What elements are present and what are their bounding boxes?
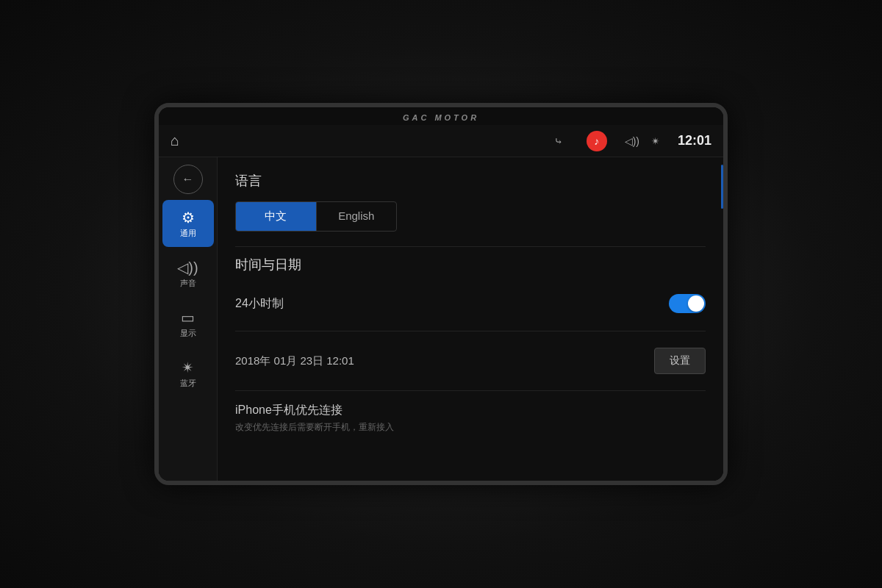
divider-3: [235, 390, 706, 391]
screen-inner: GAC MOTOR ⌂ ⤷ ♪ ◁)) ✴ 12:01 ←: [159, 107, 723, 481]
language-chinese-button[interactable]: 中文: [236, 202, 316, 231]
bluetooth-icon: ✴: [182, 359, 194, 376]
language-english-button[interactable]: English: [316, 202, 397, 231]
sidebar-item-bluetooth[interactable]: ✴ 蓝牙: [162, 350, 214, 397]
language-section-title: 语言: [235, 172, 706, 190]
divider-1: [235, 246, 706, 247]
language-section: 语言 中文 English: [235, 172, 706, 232]
brand-name: GAC MOTOR: [403, 113, 479, 122]
date-time-display: 2018年 01月 23日 12:01: [235, 354, 354, 368]
toggle-knob: [688, 295, 704, 312]
sound-icon: ◁)): [177, 259, 198, 276]
content-area: 语言 中文 English 时间与日期: [218, 157, 723, 481]
clock-display: 12:01: [678, 133, 711, 148]
sidebar-item-display[interactable]: ▭ 显示: [162, 300, 214, 347]
iphone-section-title: iPhone手机优先连接: [235, 403, 706, 418]
display-icon: ▭: [181, 309, 195, 326]
time-date-section-title: 时间与日期: [235, 256, 706, 273]
music-icon: ♪: [594, 135, 599, 147]
sidebar-display-label: 显示: [180, 328, 196, 339]
sidebar-item-sound[interactable]: ◁)) 声音: [162, 250, 214, 297]
infotainment-screen: GAC MOTOR ⌂ ⤷ ♪ ◁)) ✴ 12:01 ←: [154, 103, 728, 485]
english-label: English: [338, 209, 374, 222]
status-bar: ⌂ ⤷ ♪ ◁)) ✴ 12:01: [159, 125, 723, 157]
sidebar-bluetooth-label: 蓝牙: [180, 378, 196, 389]
time-date-section: 时间与日期 24小时制 2018年 01月 23日 12:01 设置: [235, 256, 706, 381]
back-button[interactable]: ←: [173, 165, 203, 194]
iphone-section: iPhone手机优先连接 改变优先连接后需要断开手机，重新接入: [235, 403, 706, 434]
date-settings-label: 设置: [670, 354, 690, 366]
24h-format-row: 24小时制: [235, 285, 706, 322]
sidebar-item-general[interactable]: ⚙ 通用: [162, 200, 214, 247]
main-area: ← ⚙ 通用 ◁)) 声音 ▭ 显示: [159, 157, 723, 481]
iphone-section-subtitle: 改变优先连接后需要断开手机，重新接入: [235, 421, 706, 434]
bluetooth-status-icon: ✴: [651, 135, 660, 147]
sidebar-general-label: 通用: [180, 228, 196, 239]
divider-2: [235, 331, 706, 331]
24h-toggle[interactable]: [669, 294, 706, 313]
24h-format-label: 24小时制: [235, 296, 284, 312]
date-display-row: 2018年 01月 23日 12:01 设置: [235, 340, 706, 381]
gear-icon: ⚙: [182, 209, 195, 226]
language-toggle: 中文 English: [235, 201, 397, 232]
car-background: GAC MOTOR ⌂ ⤷ ♪ ◁)) ✴ 12:01 ←: [0, 0, 882, 588]
back-arrow-icon: ←: [182, 173, 194, 186]
sidebar-sound-label: 声音: [180, 278, 196, 289]
volume-icon[interactable]: ◁)): [625, 135, 639, 147]
chinese-label: 中文: [265, 209, 287, 222]
brand-bar: GAC MOTOR: [159, 107, 723, 125]
music-icon-circle[interactable]: ♪: [587, 131, 607, 151]
home-icon[interactable]: ⌂: [171, 132, 179, 149]
accent-bar: [721, 165, 723, 209]
navigation-icon: ⤷: [554, 135, 563, 147]
date-settings-button[interactable]: 设置: [654, 348, 706, 374]
sidebar: ← ⚙ 通用 ◁)) 声音 ▭ 显示: [159, 157, 218, 481]
